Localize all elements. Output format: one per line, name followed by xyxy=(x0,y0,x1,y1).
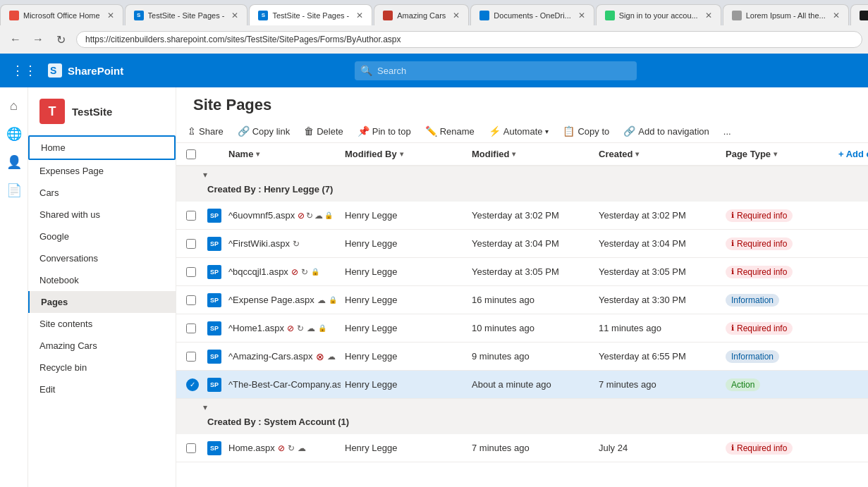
tab-close-od[interactable]: ✕ xyxy=(578,11,585,20)
sidebar-item-shared[interactable]: Shared with us xyxy=(28,204,176,226)
more-button[interactable]: ... xyxy=(718,123,737,140)
row7-name[interactable]: ^The-Best-Car-Company.aspx ⇫ ⋯ xyxy=(224,374,341,395)
copylink-button[interactable]: 🔗 Copy link xyxy=(232,123,295,140)
sidebar-item-conversations[interactable]: Conversations xyxy=(28,247,176,269)
row1-type: SP xyxy=(203,204,224,227)
addnav-icon: 🔗 xyxy=(623,125,635,137)
row2-name[interactable]: ^FirstWiki.aspx ↻ xyxy=(224,234,341,253)
sidebar-item-home[interactable]: Home xyxy=(28,135,176,160)
delete-button[interactable]: 🗑 Delete xyxy=(298,123,349,140)
tab-close-sp-active[interactable]: ✕ xyxy=(356,11,363,20)
row7-modified: About a minute ago xyxy=(467,375,594,394)
row8-type: SP xyxy=(203,437,224,460)
row5-check[interactable] xyxy=(182,319,203,338)
tab-ac[interactable]: Amazing Cars ✕ xyxy=(374,4,469,25)
row1-name[interactable]: ^6uovmnf5.aspx ⊘ ↻ ☁ 🔒 xyxy=(224,206,341,225)
tab-close-ac[interactable]: ✕ xyxy=(453,11,460,20)
leftnav-doc-icon[interactable]: 📄 xyxy=(1,178,27,203)
sidebar-item-amazingcars[interactable]: Amazing Cars xyxy=(28,335,176,357)
row3-name[interactable]: ^bqccqjl1.aspx ⊘ ↻ 🔒 xyxy=(224,262,341,281)
copyto-button[interactable]: 📋 Copy to xyxy=(557,123,615,140)
tab-title-sp2: TestSite - Site Pages - xyxy=(148,11,225,20)
tab-od[interactable]: Documents - OneDri... ✕ xyxy=(470,4,594,25)
leftnav-home-icon[interactable]: ⌂ xyxy=(1,93,27,118)
sidebar-label-expenses: Expenses Page xyxy=(39,166,104,176)
group-chevron-icon-2: ▾ xyxy=(203,402,207,412)
sidebar-item-cars[interactable]: Cars xyxy=(28,182,176,204)
automate-button[interactable]: ⚡ Automate ▾ xyxy=(483,123,555,140)
sidebar-nav: Home Expenses Page Cars Shared with us G… xyxy=(28,135,176,400)
waffle-icon[interactable]: ⋮⋮ xyxy=(8,60,39,81)
back-button[interactable]: ← xyxy=(6,30,25,49)
row3-pagetype-icon: ℹ xyxy=(731,267,734,276)
row1-check[interactable] xyxy=(182,206,203,225)
row7-check[interactable]: ✓ xyxy=(182,374,203,395)
col-header-addcol[interactable]: + Add column xyxy=(834,143,862,165)
row4-status-cloud: ☁ xyxy=(317,295,326,305)
add-col-label: + Add column xyxy=(838,149,868,159)
group-header-1[interactable]: ▾ Created By : Henry Legge (7) xyxy=(176,166,868,202)
select-all-checkbox[interactable] xyxy=(186,149,196,159)
leftnav-globe-icon[interactable]: 🌐 xyxy=(1,121,27,147)
col-header-created[interactable]: Created ▾ xyxy=(594,143,721,165)
sidebar-item-pages[interactable]: Pages xyxy=(28,291,176,313)
add-column-button[interactable]: + Add column xyxy=(838,149,868,159)
row8-check[interactable] xyxy=(182,439,203,457)
row5-status-refresh: ↻ xyxy=(297,323,304,333)
tab-close-lorem[interactable]: ✕ xyxy=(833,11,840,20)
file-icon-5: SP xyxy=(207,321,221,335)
refresh-button[interactable]: ↻ xyxy=(51,30,71,49)
row4-check[interactable] xyxy=(182,291,203,309)
col-pagetype-label: Page Type xyxy=(726,149,771,159)
row3-created: Yesterday at 3:05 PM xyxy=(594,262,721,281)
share-button[interactable]: ⇫ Share xyxy=(182,123,229,140)
col-header-pagetype[interactable]: Page Type ▾ xyxy=(721,143,834,165)
rename-icon: ✏️ xyxy=(425,125,437,137)
row8-status-refresh: ↻ xyxy=(288,443,295,453)
row8-modifiedby: Henry Legge xyxy=(341,438,467,457)
addnav-button[interactable]: 🔗 Add to navigation xyxy=(618,123,714,140)
row6-check[interactable] xyxy=(182,347,203,366)
tab-lorem[interactable]: Lorem Ipsum - All the... ✕ xyxy=(723,4,849,25)
tab-sp2[interactable]: S TestSite - Site Pages - ✕ xyxy=(125,4,248,25)
tab-sp-active[interactable]: S TestSite - Site Pages - ✕ xyxy=(249,4,372,25)
forward-button[interactable]: → xyxy=(28,30,48,49)
sidebar-item-notebook[interactable]: Notebook xyxy=(28,269,176,291)
pintotop-button[interactable]: 📌 Pin to top xyxy=(352,123,417,140)
row4-name[interactable]: ^Expense Page.aspx ☁ 🔒 xyxy=(224,290,341,309)
group-header-2[interactable]: ▾ Created By : System Account (1) xyxy=(176,399,868,434)
sidebar-item-recycle[interactable]: Recycle bin xyxy=(28,357,176,378)
sidebar-item-edit[interactable]: Edit xyxy=(28,378,176,400)
col-header-name[interactable]: Name ▾ xyxy=(224,143,341,165)
svg-text:S: S xyxy=(50,65,56,76)
col-header-check[interactable] xyxy=(182,144,203,165)
sidebar-item-sitecontents[interactable]: Site contents xyxy=(28,313,176,335)
sidebar-item-expenses[interactable]: Expenses Page xyxy=(28,160,176,182)
row3-check[interactable] xyxy=(182,263,203,281)
automate-chevron-icon: ▾ xyxy=(545,128,549,135)
col-header-modifiedby[interactable]: Modified By ▾ xyxy=(341,143,467,165)
search-input[interactable] xyxy=(355,61,637,80)
tab-ms-office[interactable]: Microsoft Office Home ✕ xyxy=(0,4,123,25)
sidebar-label-pages: Pages xyxy=(41,297,68,307)
row5-name[interactable]: ^Home1.aspx ⊘ ↻ ☁ 🔒 xyxy=(224,319,341,338)
url-bar[interactable]: https://citizenbuilders.sharepoint.com/s… xyxy=(76,31,862,48)
rename-button[interactable]: ✏️ Rename xyxy=(420,123,480,140)
tab-close-sp2[interactable]: ✕ xyxy=(231,11,238,20)
sp-logo[interactable]: S SharePoint xyxy=(48,63,123,78)
row8-name[interactable]: Home.aspx ⊘ ↻ ☁ xyxy=(224,438,341,457)
tab-close-signin[interactable]: ✕ xyxy=(705,11,712,20)
row6-name[interactable]: ^Amazing-Cars.aspx ⊗ ☁ xyxy=(224,347,341,366)
col-header-modified[interactable]: Modified ▾ xyxy=(467,143,594,165)
tab-signin[interactable]: Sign in to your accou... ✕ xyxy=(596,4,721,25)
content-header: Site Pages xyxy=(176,87,868,120)
row5-modifiedby: Henry Legge xyxy=(341,319,467,338)
tab-luxury[interactable]: Luxury Cars - Sedans... ✕ xyxy=(850,4,868,25)
tab-close-ms[interactable]: ✕ xyxy=(107,11,114,20)
row3-name-text: ^bqccqjl1.aspx xyxy=(228,266,288,277)
row8-name-text: Home.aspx xyxy=(228,443,275,453)
leftnav-people-icon[interactable]: 👤 xyxy=(1,149,27,175)
row2-check[interactable] xyxy=(182,235,203,253)
row7-select-circle[interactable]: ✓ xyxy=(186,378,199,391)
sidebar-item-google[interactable]: Google xyxy=(28,226,176,247)
